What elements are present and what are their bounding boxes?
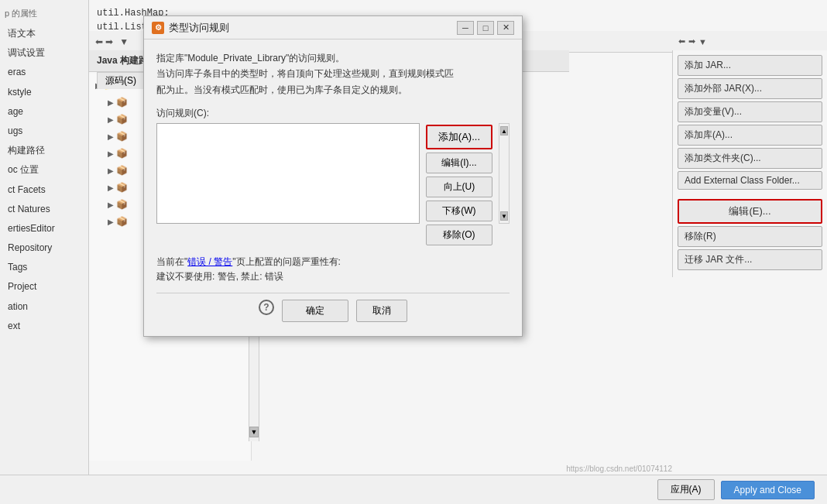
dialog-title-area: ⚙ 类型访问规则 <box>152 21 229 35</box>
dialog-list-buttons: 添加(A)... 编辑(I)... 向上(U) 下移(W) 移除(O) <box>426 123 492 245</box>
edit-rule-button[interactable]: 编辑(I)... <box>426 153 492 173</box>
dialog-body: 指定库"Module_Private_Library"的访问规则。 当访问库子条… <box>144 39 522 336</box>
access-rules-listbox[interactable] <box>156 123 420 224</box>
dialog-titlebar: ⚙ 类型访问规则 ─ □ ✕ <box>144 16 522 39</box>
dialog-warning-line1: 当前在"错误 / 警告"页上配置的问题严重性有: <box>156 255 510 269</box>
dialog-list-area: 添加(A)... 编辑(I)... 向上(U) 下移(W) 移除(O) ▲ ▼ <box>156 123 510 245</box>
type-access-rules-dialog: ⚙ 类型访问规则 ─ □ ✕ 指定库"Module_Private_Librar… <box>143 15 523 337</box>
dialog-cancel-button[interactable]: 取消 <box>356 300 407 322</box>
dialog-window-controls: ─ □ ✕ <box>457 21 514 35</box>
listbox-scrollbar[interactable]: ▲ ▼ <box>499 123 510 224</box>
dialog-desc-line3: 配为止。当没有模式匹配时，使用已为库子条目定义的规则。 <box>156 82 510 98</box>
dialog-warning-area: 当前在"错误 / 警告"页上配置的问题严重性有: 建议不要使用: 警告, 禁止:… <box>156 255 510 284</box>
up-rule-button[interactable]: 向上(U) <box>426 177 492 197</box>
dialog-ok-button[interactable]: 确定 <box>282 300 348 322</box>
dialog-backdrop: ⚙ 类型访问规则 ─ □ ✕ 指定库"Module_Private_Librar… <box>0 0 827 504</box>
listbox-scroll-down[interactable]: ▼ <box>500 211 508 221</box>
dialog-close-button[interactable]: ✕ <box>497 21 514 35</box>
add-rule-button[interactable]: 添加(A)... <box>426 125 492 149</box>
listbox-scroll-up[interactable]: ▲ <box>500 126 508 135</box>
dialog-title-text: 类型访问规则 <box>169 21 229 35</box>
access-rules-label: 访问规则(C): <box>156 107 510 120</box>
down-rule-button[interactable]: 下移(W) <box>426 201 492 221</box>
remove-rule-button[interactable]: 移除(O) <box>426 225 492 245</box>
dialog-description: 指定库"Module_Private_Library"的访问规则。 当访问库子条… <box>156 50 510 98</box>
warning-link[interactable]: 错误 / 警告 <box>187 256 232 267</box>
dialog-help-icon[interactable]: ? <box>259 300 274 315</box>
dialog-warning-line2: 建议不要使用: 警告, 禁止: 错误 <box>156 269 510 284</box>
dialog-maximize-button[interactable]: □ <box>477 21 494 35</box>
dialog-footer: ? 确定 取消 <box>156 293 510 325</box>
dialog-desc-line1: 指定库"Module_Private_Library"的访问规则。 <box>156 50 510 66</box>
dialog-desc-line2: 当访问库子条目中的类型时，将自顶向下处理这些规则，直到规则模式匹 <box>156 66 510 81</box>
dialog-minimize-button[interactable]: ─ <box>457 21 474 35</box>
dialog-title-icon: ⚙ <box>152 22 164 34</box>
